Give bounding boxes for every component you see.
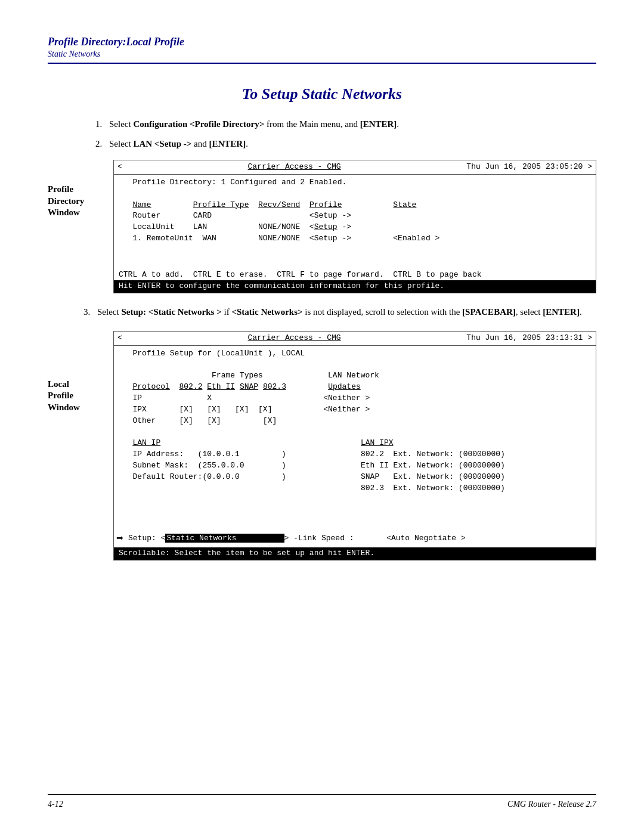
t1-line1: Profile Directory: 1 Configured and 2 En… xyxy=(119,177,591,188)
footer-page-number: 4-12 xyxy=(48,800,63,809)
main-title: To Setup Static Networks xyxy=(48,85,596,103)
lan-ip-header: LAN IP xyxy=(119,438,349,449)
t2-line1: Profile Setup for (LocalUnit ), LOCAL xyxy=(119,348,591,360)
step-3: 3. Select Setup: <Static Networks > if <… xyxy=(83,305,596,319)
t1-line6: 1. RemoteUnit WAN NONE/NONE <Setup -> <E… xyxy=(119,233,591,244)
t1-footer2: Hit ENTER to configure the communication… xyxy=(114,280,596,293)
t2-line6: Other [X] [X] [X] xyxy=(119,416,591,427)
setup-arrow: ➡ xyxy=(116,530,123,547)
terminal1-titlebar: < Carrier Access - CMG Thu Jun 16, 2005 … xyxy=(114,160,596,175)
footer-product-name: CMG Router - Release 2.7 xyxy=(507,800,596,809)
t1-line5: LocalUnit LAN NONE/NONE <Setup -> xyxy=(119,222,591,233)
step-3-text: Select Setup: <Static Networks > if <Sta… xyxy=(97,307,582,317)
t1-line4: Router CARD <Setup -> xyxy=(119,210,591,222)
lan-ipx-header: LAN IPX xyxy=(361,438,591,449)
lan-ipx-section: LAN IPX 802.2 Ext. Network: (00000000) E… xyxy=(349,438,591,494)
terminal2: < Carrier Access - CMG Thu Jun 16, 2005 … xyxy=(113,331,596,561)
terminal2-body: Profile Setup for (LocalUnit ), LOCAL Fr… xyxy=(114,346,596,531)
step-2: 2. Select LAN <Setup -> and [ENTER]. xyxy=(95,137,596,151)
t2-blank1 xyxy=(119,359,591,370)
lan-ip-line1: IP Address: (10.0.0.1 ) xyxy=(119,449,349,460)
lan-ip-line3: Default Router:(0.0.0.0 ) xyxy=(119,472,349,483)
terminal1-left-bracket: < xyxy=(117,162,122,173)
t2-footer: Scrollable: Select the item to be set up… xyxy=(114,547,596,560)
lan-ipx-line3: SNAP Ext. Network: (00000000) xyxy=(361,472,591,483)
page-footer: 4-12 CMG Router - Release 2.7 xyxy=(48,794,596,809)
t2-blank3 xyxy=(119,494,591,506)
t1-footer1: CTRL A to add. CTRL E to erase. CTRL F t… xyxy=(114,270,596,281)
lan-ip-section: LAN IP IP Address: (10.0.0.1 ) Subnet Ma… xyxy=(119,438,349,494)
t2-line5: IPX [X] [X] [X] [X] <Neither > xyxy=(119,404,591,416)
terminal1-group: Profile Directory Window < Carrier Acces… xyxy=(48,160,596,293)
t1-line2 xyxy=(119,188,591,200)
t2-blank2 xyxy=(119,427,591,438)
step-1: 1. Select Configuration <Profile Directo… xyxy=(95,117,596,131)
step-2-number: 2. xyxy=(95,139,102,148)
step-1-text: Select Configuration <Profile Directory>… xyxy=(109,119,399,129)
t2-blank5 xyxy=(119,516,591,528)
header-subtitle: Static Networks xyxy=(48,49,596,59)
terminal1-body: Profile Directory: 1 Configured and 2 En… xyxy=(114,175,596,270)
lan-section: LAN IP IP Address: (10.0.0.1 ) Subnet Ma… xyxy=(119,438,591,494)
t2-line3: Protocol 802.2 Eth II SNAP 802.3 Updates xyxy=(119,382,591,393)
header-divider xyxy=(48,63,596,64)
terminal2-left-bracket: < xyxy=(117,333,122,344)
step3-section: 3. Select Setup: <Static Networks > if <… xyxy=(48,305,596,319)
lan-ipx-line2: Eth II Ext. Network: (00000000) xyxy=(361,460,591,472)
lan-ipx-line1: 802.2 Ext. Network: (00000000) xyxy=(361,449,591,460)
terminal1: < Carrier Access - CMG Thu Jun 16, 2005 … xyxy=(113,160,596,293)
step-3-number: 3. xyxy=(83,307,90,317)
terminal2-title: Carrier Access - CMG xyxy=(248,333,341,344)
page: Profile Directory:Local Profile Static N… xyxy=(0,0,644,833)
t2-blank4 xyxy=(119,505,591,516)
terminal1-right: Thu Jun 16, 2005 23:05:20 > xyxy=(466,162,592,173)
t2-line2: Frame Types LAN Network xyxy=(119,370,591,382)
setup-line: Setup: <Static Networks > -Link Speed : … xyxy=(126,532,596,545)
header-title: Profile Directory:Local Profile xyxy=(48,36,596,48)
local-profile-label: Local Profile Window xyxy=(48,331,113,414)
steps-container: 1. Select Configuration <Profile Directo… xyxy=(95,117,596,150)
step-2-text: Select LAN <Setup -> and [ENTER]. xyxy=(109,139,248,148)
terminal1-title: Carrier Access - CMG xyxy=(248,162,341,173)
profile-directory-label: Profile Directory Window xyxy=(48,160,113,219)
terminal2-titlebar: < Carrier Access - CMG Thu Jun 16, 2005 … xyxy=(114,332,596,346)
t1-blank2 xyxy=(119,256,591,267)
lan-ipx-line4: 802.3 Ext. Network: (00000000) xyxy=(361,483,591,494)
header-section: Profile Directory:Local Profile Static N… xyxy=(48,36,596,67)
setup-line-row: ➡ Setup: <Static Networks > -Link Speed … xyxy=(114,530,596,547)
t1-blank xyxy=(119,244,591,256)
step-1-number: 1. xyxy=(95,119,102,129)
t1-line3: Name Profile Type Recv/Send Profile Stat… xyxy=(119,200,591,211)
terminal2-right: Thu Jun 16, 2005 23:13:31 > xyxy=(466,333,592,344)
lan-ip-line2: Subnet Mask: (255.0.0.0 ) xyxy=(119,460,349,472)
terminal2-group: Local Profile Window < Carrier Access - … xyxy=(48,331,596,561)
t2-line4: IP X <Neither > xyxy=(119,393,591,404)
